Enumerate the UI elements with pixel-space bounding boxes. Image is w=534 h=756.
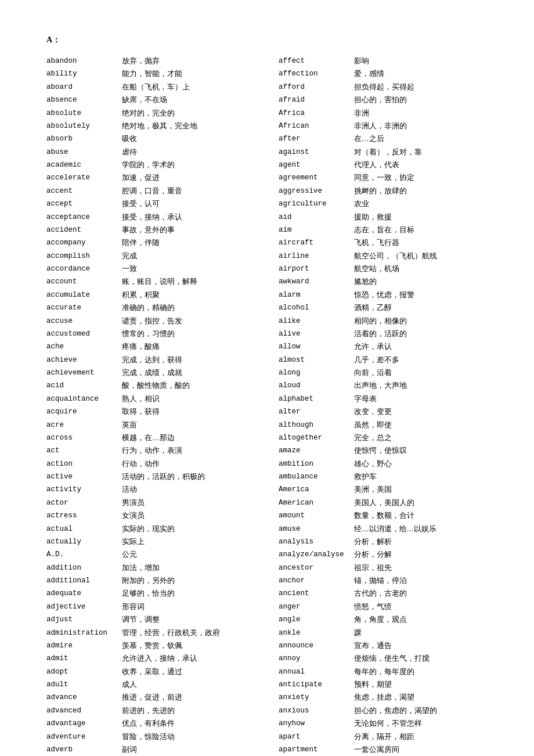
- list-item: abandon放弃，抛弃: [46, 56, 255, 67]
- word-definition: 航空公司，（飞机）航线: [354, 251, 437, 262]
- list-item: adult成人: [46, 679, 255, 690]
- word-definition: 向前，沿着: [354, 368, 392, 379]
- word-definition: 数量，数额，合计: [354, 510, 414, 521]
- list-item: ability能力，智能，才能: [46, 69, 255, 80]
- word-english: admire: [46, 640, 122, 651]
- list-item: academic学院的，学术的: [46, 160, 255, 171]
- word-english: affect: [279, 56, 354, 67]
- word-definition: 对（着），反对，靠: [354, 147, 422, 158]
- list-item: anxiety焦虑，挂虑，渴望: [279, 692, 488, 703]
- word-english: admit: [46, 653, 122, 664]
- list-item: acquire取得，获得: [46, 406, 255, 417]
- word-english: absolute: [46, 108, 122, 119]
- word-english: additional: [46, 575, 122, 586]
- list-item: absolutely绝对地，极其，完全地: [46, 121, 255, 132]
- word-english: ambition: [279, 459, 354, 470]
- word-definition: 挑衅的，放肆的: [354, 186, 407, 197]
- word-definition: 接受，认可: [122, 199, 160, 210]
- list-item: after在…之后: [279, 134, 488, 145]
- word-definition: 分析，分解: [354, 549, 392, 560]
- word-definition: 学院的，学术的: [122, 160, 175, 171]
- word-english: action: [46, 459, 122, 470]
- word-definition: 账，账目，说明，解释: [122, 276, 197, 287]
- word-english: adequate: [46, 588, 122, 599]
- word-english: alarm: [279, 290, 354, 301]
- list-item: adjective形容词: [46, 602, 255, 613]
- word-english: adopt: [46, 667, 122, 678]
- list-item: annual每年的，每年度的: [279, 667, 488, 678]
- word-english: afraid: [279, 95, 354, 106]
- word-definition: 男演员: [122, 498, 145, 509]
- word-definition: 改变，变更: [354, 406, 392, 417]
- word-english: actor: [46, 498, 122, 509]
- word-english: afford: [279, 82, 354, 93]
- word-definition: 完成，成绩，成就: [122, 368, 182, 379]
- word-definition: 行为，动作，表演: [122, 445, 182, 456]
- word-definition: 疼痛，酸痛: [122, 341, 160, 352]
- word-english: account: [46, 276, 122, 287]
- list-item: accordance一致: [46, 264, 255, 275]
- list-item: ambition雄心，野心: [279, 459, 488, 470]
- list-item: acquaintance熟人，相识: [46, 394, 255, 405]
- word-english: accelerate: [46, 172, 122, 183]
- word-definition: 古代的，古老的: [354, 588, 407, 599]
- word-english: absence: [46, 95, 122, 106]
- word-definition: 酒精，乙醇: [354, 303, 392, 314]
- word-definition: 愤怒，气愤: [354, 602, 392, 613]
- word-definition: 完成: [122, 251, 137, 262]
- list-item: achieve完成，达到，获得: [46, 355, 255, 366]
- word-definition: 飞机，飞行器: [354, 237, 399, 249]
- word-definition: 管理，经营，行政机关，政府: [122, 628, 220, 639]
- list-item: analysis分析，解析: [279, 537, 488, 548]
- list-item: although虽然，即使: [279, 420, 488, 431]
- list-item: administration管理，经营，行政机关，政府: [46, 628, 255, 639]
- word-definition: 足够的，恰当的: [122, 588, 175, 599]
- word-english: accustomed: [46, 329, 122, 340]
- word-english: ability: [46, 69, 122, 80]
- word-english: agreement: [279, 172, 354, 183]
- word-english: achievement: [46, 368, 122, 379]
- word-definition: 完全，总之: [354, 433, 392, 444]
- word-english: abandon: [46, 56, 122, 67]
- list-item: admit允许进入，接纳，承认: [46, 653, 255, 664]
- list-item: accident事故，意外的事: [46, 225, 255, 236]
- list-item: afford担负得起，买得起: [279, 82, 488, 93]
- list-item: actual实际的，现实的: [46, 524, 255, 535]
- word-english: accomplish: [46, 251, 122, 262]
- word-definition: 在船（飞机，车）上: [122, 82, 190, 93]
- word-definition: 副词: [122, 744, 137, 755]
- list-item: aggressive挑衅的，放肆的: [279, 186, 488, 197]
- list-item: allow允许，承认: [279, 341, 488, 352]
- word-definition: 代理人，代表: [354, 160, 399, 171]
- list-item: America美洲，美国: [279, 484, 488, 495]
- list-item: altogether完全，总之: [279, 433, 488, 444]
- list-item: abuse虐待: [46, 147, 255, 158]
- word-definition: 活着的，活跃的: [354, 329, 407, 340]
- word-english: A.D.: [46, 549, 122, 560]
- list-item: aircraft飞机，飞行器: [279, 237, 488, 249]
- list-item: airline航空公司，（飞机）航线: [279, 251, 488, 262]
- list-item: affect影响: [279, 56, 488, 67]
- word-english: annual: [279, 667, 354, 678]
- word-english: adjust: [46, 614, 122, 625]
- list-item: American美国人，美国人的: [279, 498, 488, 509]
- word-english: actress: [46, 510, 122, 521]
- word-english: actual: [46, 524, 122, 535]
- list-item: addition加法，增加: [46, 563, 255, 574]
- word-english: anyhow: [279, 718, 354, 729]
- word-definition: 救护车: [354, 471, 377, 483]
- list-item: ankle踝: [279, 628, 488, 639]
- word-definition: 行动，动作: [122, 459, 160, 470]
- list-item: ancient古代的，古老的: [279, 588, 488, 599]
- word-definition: 推进，促进，前进: [122, 692, 182, 703]
- word-english: along: [279, 368, 354, 379]
- word-english: agent: [279, 160, 354, 171]
- list-item: absolute绝对的，完全的: [46, 108, 255, 119]
- word-english: against: [279, 147, 354, 158]
- word-english: across: [46, 433, 122, 444]
- word-english: airport: [279, 264, 354, 275]
- word-english: ambulance: [279, 471, 354, 483]
- word-english: administration: [46, 628, 122, 639]
- right-column: affect影响affection爱，感情afford担负得起，买得起afrai…: [279, 56, 488, 756]
- list-item: annoy使烦恼，使生气，打搅: [279, 653, 488, 664]
